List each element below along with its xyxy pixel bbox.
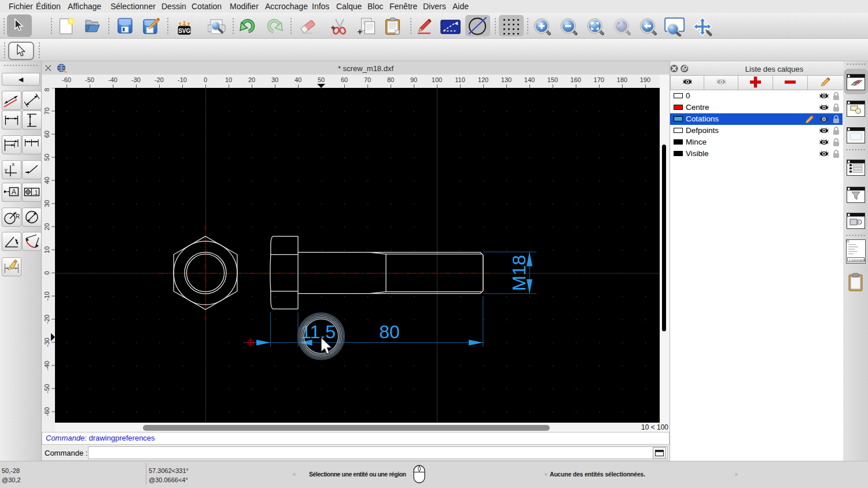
svg-text:80: 80 <box>387 76 394 83</box>
svg-text:120: 120 <box>478 76 488 83</box>
svg-text:-20: -20 <box>43 315 50 324</box>
svg-text:x: x <box>12 161 15 167</box>
svg-text:140: 140 <box>524 76 535 83</box>
svg-text:-40: -40 <box>43 361 50 370</box>
svg-text:-10: -10 <box>178 76 187 83</box>
svg-text:50: 50 <box>318 76 325 83</box>
svg-text:170: 170 <box>594 76 604 83</box>
svg-text:80: 80 <box>379 321 400 342</box>
svg-text:R: R <box>16 213 20 220</box>
svg-text:190: 190 <box>640 76 650 83</box>
svg-text:40: 40 <box>43 177 50 184</box>
svg-text:SVG: SVG <box>178 28 190 34</box>
svg-text:70: 70 <box>364 76 371 83</box>
svg-text:-40: -40 <box>108 76 117 83</box>
svg-text:-10: -10 <box>43 291 50 301</box>
svg-text:60: 60 <box>341 76 348 83</box>
svg-text:-20: -20 <box>155 76 164 83</box>
svg-text:100: 100 <box>432 76 442 83</box>
svg-text:10: 10 <box>225 76 232 83</box>
svg-text:150: 150 <box>547 76 558 83</box>
svg-text:30: 30 <box>43 200 50 207</box>
svg-text:20: 20 <box>43 223 50 230</box>
svg-text:-30: -30 <box>131 76 141 83</box>
svg-text:-60: -60 <box>43 407 50 416</box>
svg-text:110: 110 <box>455 76 465 83</box>
svg-text:c command: c command <box>849 258 865 262</box>
svg-text:-50: -50 <box>85 76 94 83</box>
svg-text:20: 20 <box>248 76 255 83</box>
svg-text:60: 60 <box>43 131 50 138</box>
svg-text:.1: .1 <box>33 190 38 196</box>
svg-text:0: 0 <box>204 76 207 83</box>
svg-text:70: 70 <box>43 108 50 114</box>
svg-text:10: 10 <box>43 246 50 253</box>
svg-text:50: 50 <box>43 154 50 161</box>
svg-text:130: 130 <box>501 76 512 83</box>
svg-text:180: 180 <box>617 76 627 83</box>
svg-text:0: 0 <box>43 271 50 275</box>
svg-text:-50: -50 <box>43 384 50 393</box>
svg-text:90: 90 <box>410 76 417 83</box>
svg-text:y: y <box>5 167 8 173</box>
svg-text:A: A <box>12 188 16 196</box>
svg-text:40: 40 <box>295 76 301 83</box>
svg-text:M18: M18 <box>509 255 529 291</box>
svg-text:30: 30 <box>271 76 278 83</box>
svg-text:160: 160 <box>571 76 581 83</box>
svg-text:-30: -30 <box>43 338 50 347</box>
svg-text:-60: -60 <box>62 76 71 83</box>
svg-text:80: 80 <box>43 88 50 91</box>
